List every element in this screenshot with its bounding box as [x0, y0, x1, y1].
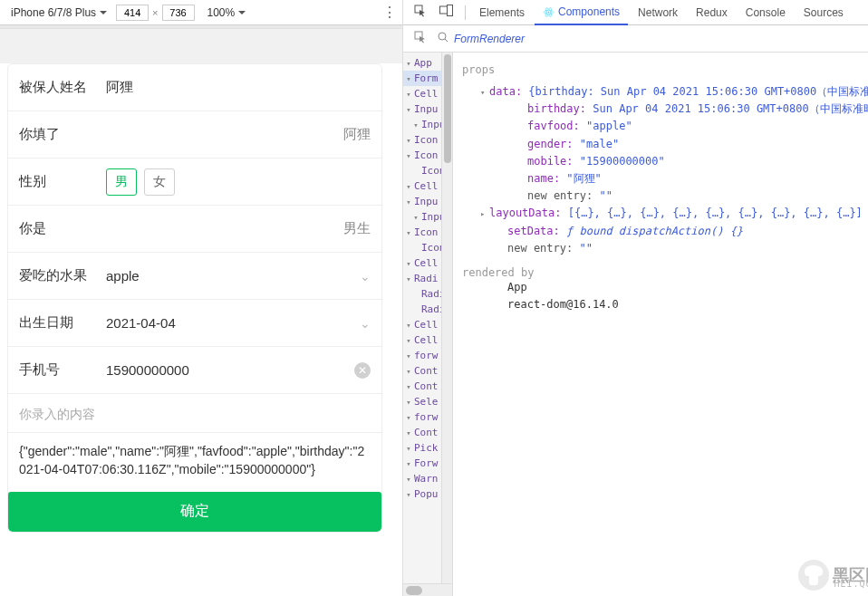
chevron-down-icon [238, 11, 246, 14]
tree-node-label: Cont [414, 365, 439, 377]
tree-node-label: Inpu [414, 196, 439, 207]
favfood-value: apple [106, 268, 352, 284]
cell-favfood[interactable]: 爱吃的水果 apple ⌄ [8, 253, 381, 300]
tree-arrow-icon [405, 351, 412, 360]
tab-sources[interactable]: Sources [796, 1, 852, 24]
tree-node-label: Radi [414, 273, 439, 284]
tree-arrow-icon [405, 398, 412, 407]
component-tree[interactable]: AppFormCellInpuInpuIconIconIconCellInpuI… [403, 53, 453, 596]
cell-birthday[interactable]: 出生日期 2021-04-04 ⌄ [8, 300, 381, 347]
gender-radio-group: 男 女 [106, 168, 175, 196]
tree-arrow-icon [405, 259, 412, 268]
prop-gender[interactable]: gender: "male" [462, 136, 868, 153]
tree-node-label: Cell [414, 257, 439, 269]
watermark-url: HEI.QU.BIZ [834, 579, 868, 589]
more-icon[interactable]: ⋮ [382, 4, 395, 21]
json-header: 你录入的内容 [8, 394, 381, 433]
tree-node-label: Cont [414, 427, 439, 438]
react-icon [543, 6, 555, 18]
prop-layoutData[interactable]: ▸layoutData: [{…}, {…}, {…}, {…}, {…}, {… [462, 205, 868, 222]
device-toggle-icon[interactable] [434, 1, 459, 24]
echo-gender-value: 男生 [106, 220, 371, 237]
tree-node-label: App [414, 57, 432, 69]
tree-node-label: Forw [414, 457, 439, 469]
tree-node-label: Icon [414, 134, 439, 146]
rendered-by-react-dom[interactable]: react-dom@16.14.0 [462, 296, 868, 313]
mobile-input[interactable] [106, 362, 354, 378]
times-icon: × [152, 7, 158, 18]
device-select[interactable]: iPhone 6/7/8 Plus [7, 5, 111, 21]
tab-network[interactable]: Network [630, 1, 686, 24]
chevron-down-icon: ⌄ [360, 316, 371, 331]
tree-node-label: Form [414, 72, 439, 84]
tree-arrow-icon [405, 382, 412, 391]
tab-redux[interactable]: Redux [688, 1, 736, 24]
form-card: 被保人姓名 你填了 阿狸 性别 男 女 你是 男生 [7, 63, 382, 533]
name-input[interactable] [106, 80, 371, 95]
prop-name[interactable]: name: "阿狸" [462, 170, 868, 187]
tree-arrow-icon [405, 428, 412, 437]
tree-arrow-icon [405, 413, 412, 422]
tree-node-label: Warn [414, 473, 439, 485]
device-name: iPhone 6/7/8 Plus [11, 6, 96, 19]
vertical-scrollbar[interactable] [441, 53, 452, 583]
tree-arrow-icon [405, 151, 412, 160]
prop-setData[interactable]: setData: ƒ bound dispatchAction() {} [462, 223, 868, 240]
tree-node-label: Cell [414, 334, 439, 346]
json-body: {"gender":"male","name":"阿狸","favfood":"… [8, 433, 381, 490]
tab-elements[interactable]: Elements [471, 1, 533, 24]
tree-node-label: Icon [414, 149, 439, 161]
echo-name-label: 你填了 [19, 126, 106, 143]
tree-arrow-icon [412, 213, 420, 222]
tree-node-label: Icon [414, 226, 439, 238]
tab-components[interactable]: Components [535, 0, 628, 25]
tree-node-label: Cell [414, 180, 439, 192]
prop-birthday[interactable]: birthday: Sun Apr 04 2021 15:06:30 GMT+0… [462, 101, 868, 118]
cell-gender: 性别 男 女 [8, 159, 381, 206]
tree-node-label: Inpu [414, 103, 439, 115]
props-inspector[interactable]: props ▾data: {birthday: Sun Apr 04 2021 … [453, 53, 868, 596]
tab-console[interactable]: Console [738, 1, 794, 24]
gender-male-button[interactable]: 男 [106, 168, 137, 196]
rendered-by-app[interactable]: App [462, 279, 868, 296]
tree-arrow-icon [405, 197, 412, 207]
prop-new-entry-2[interactable]: new entry: "" [462, 240, 868, 257]
inspect-icon[interactable] [409, 1, 432, 24]
height-input[interactable] [162, 5, 195, 21]
tree-node-label: Pick [414, 442, 439, 454]
tree-arrow-icon [405, 444, 412, 453]
tree-node-label: forw [414, 350, 439, 361]
canvas-gutter [0, 29, 402, 63]
echo-gender-label: 你是 [19, 220, 106, 237]
prop-data[interactable]: ▾data: {birthday: Sun Apr 04 2021 15:06:… [462, 83, 868, 101]
tree-arrow-icon [405, 59, 412, 68]
pick-element-icon[interactable] [409, 27, 432, 50]
zoom-select[interactable]: 100% [207, 6, 246, 19]
prop-new-entry[interactable]: new entry: "" [462, 187, 868, 205]
prop-favfood[interactable]: favfood: "apple" [462, 118, 868, 135]
horizontal-scrollbar[interactable] [403, 583, 452, 596]
cell-name[interactable]: 被保人姓名 [8, 64, 381, 111]
prop-mobile[interactable]: mobile: "15900000000" [462, 153, 868, 170]
width-input[interactable] [116, 5, 149, 21]
svg-point-8 [439, 33, 446, 40]
tree-node-label: forw [414, 411, 439, 423]
device-emulator-pane: iPhone 6/7/8 Plus × 100% ⋮ 被保人姓名 [0, 0, 403, 596]
mobile-label: 手机号 [19, 361, 106, 379]
dimensions-group: × [116, 5, 194, 21]
cell-mobile[interactable]: 手机号 ✕ [8, 347, 381, 394]
submit-button[interactable]: 确定 [8, 492, 381, 532]
tree-arrow-icon [405, 459, 412, 468]
favfood-label: 爱吃的水果 [19, 267, 106, 284]
gender-female-button[interactable]: 女 [144, 168, 175, 196]
tree-arrow-icon [405, 90, 412, 99]
birthday-label: 出生日期 [19, 314, 106, 332]
tree-arrow-icon [405, 321, 412, 330]
component-search-bar [403, 25, 868, 53]
tree-arrow-icon [412, 120, 420, 130]
component-search-input[interactable] [454, 30, 868, 48]
tree-node-label: Cell [414, 319, 439, 331]
name-label: 被保人姓名 [19, 79, 106, 96]
clear-icon[interactable]: ✕ [354, 362, 371, 379]
tree-arrow-icon [405, 182, 412, 191]
